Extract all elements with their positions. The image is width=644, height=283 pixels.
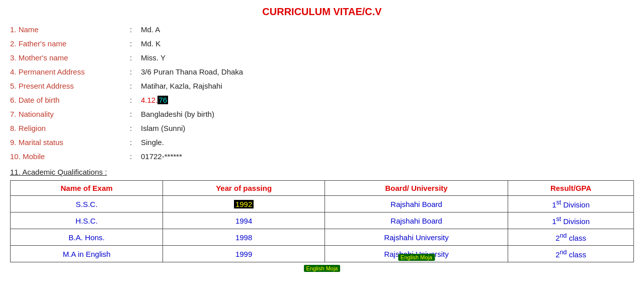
cell-board-0: Rajshahi Board [325,196,508,213]
table-header-row: Name of Exam Year of passing Board/ Univ… [11,181,634,196]
colon-1: : [121,24,141,36]
cell-result-0: 1st Division [508,196,634,213]
colon-8: : [121,122,141,134]
field-label-10: 10. Mobile [10,151,121,163]
field-value-5: Matihar, Kazla, Rajshahi [141,80,222,92]
colon-7: : [121,108,141,120]
field-value-8: Islam (Sunni) [141,122,185,134]
field-row-6: 6. Date of birth : 4.12.76 [10,94,634,106]
year-highlight-0: 1992 [234,200,254,208]
cell-exam-1: H.S.C. [11,213,163,229]
col-header-year: Year of passing [163,181,325,196]
table-row: B.A. Hons.1998Rajshahi University2nd cla… [11,229,634,246]
field-value-6: 4.12.76 [141,94,168,106]
field-row-8: 8. Religion : Islam (Sunni) [10,122,634,134]
field-label-2: 2. Father's name [10,38,121,50]
academic-table: Name of Exam Year of passing Board/ Univ… [10,180,634,262]
field-label-5: 5. Present Address [10,80,121,92]
field-label-6: 6. Date of birth [10,94,121,106]
academic-section-heading: 11. Academic Qualifications : [10,168,634,176]
watermark-container: English Moja [10,263,634,272]
cell-year-1: 1994 [163,213,325,229]
field-value-4: 3/6 Puran Thana Road, Dhaka [141,66,243,78]
cell-exam-3: M.A in English [11,246,163,262]
cv-container: CURRICULUM VITAE/C.V 1. Name : Md. A 2. … [0,0,644,278]
cell-result-3: 2nd class [508,246,634,262]
cell-year-2: 1998 [163,229,325,246]
cell-exam-0: S.S.C. [11,196,163,213]
field-row-3: 3. Mother's name : Miss. Y [10,52,634,64]
cell-year-3: 1999 [163,246,325,262]
cell-year-0: 1992 [163,196,325,213]
colon-4: : [121,66,141,78]
field-value-7: Bangladeshi (by birth) [141,108,214,120]
cell-result-2: 2nd class [508,229,634,246]
field-label-7: 7. Nationality [10,108,121,120]
field-row-10: 10. Mobile : 01722-****** [10,151,634,163]
field-value-9: Single. [141,136,164,149]
field-label-9: 9. Marital status [10,136,121,149]
col-header-exam: Name of Exam [11,181,163,196]
field-value-2: Md. K [141,38,160,50]
colon-2: : [121,38,141,50]
field-row-9: 9. Marital status : Single. [10,136,634,149]
table-row: M.A in English1999Rajshahi UniversityEng… [11,246,634,262]
field-row-7: 7. Nationality : Bangladeshi (by birth) [10,108,634,120]
field-row-2: 2. Father's name : Md. K [10,38,634,50]
colon-9: : [121,136,141,149]
field-value-1: Md. A [141,24,160,36]
cell-board-2: Rajshahi University [325,229,508,246]
field-value-10: 01722-****** [141,151,182,163]
colon-5: : [121,80,141,92]
cv-title: CURRICULUM VITAE/C.V [10,6,634,18]
watermark-in-table: English Moja [398,254,435,261]
dob-highlight: 76 [157,96,168,104]
cell-board-1: Rajshahi Board [325,213,508,229]
field-label-3: 3. Mother's name [10,52,121,64]
field-row-4: 4. Permanent Address : 3/6 Puran Thana R… [10,66,634,78]
field-row-5: 5. Present Address : Matihar, Kazla, Raj… [10,80,634,92]
table-row: H.S.C.1994Rajshahi Board1st Division [11,213,634,229]
watermark-badge: English Moja [304,265,341,272]
colon-3: : [121,52,141,64]
cell-exam-2: B.A. Hons. [11,229,163,246]
col-header-result: Result/GPA [508,181,634,196]
field-label-4: 4. Permanent Address [10,66,121,78]
dob-part1: 4.12. [141,96,157,104]
cell-board-3: Rajshahi UniversityEnglish Moja [325,246,508,262]
field-label-8: 8. Religion [10,122,121,134]
colon-6: : [121,94,141,106]
colon-10: : [121,151,141,163]
table-row: S.S.C.1992Rajshahi Board1st Division [11,196,634,213]
col-header-board: Board/ University [325,181,508,196]
field-row-1: 1. Name : Md. A [10,24,634,36]
field-value-3: Miss. Y [141,52,166,64]
field-label-1: 1. Name [10,24,121,36]
cell-result-1: 1st Division [508,213,634,229]
